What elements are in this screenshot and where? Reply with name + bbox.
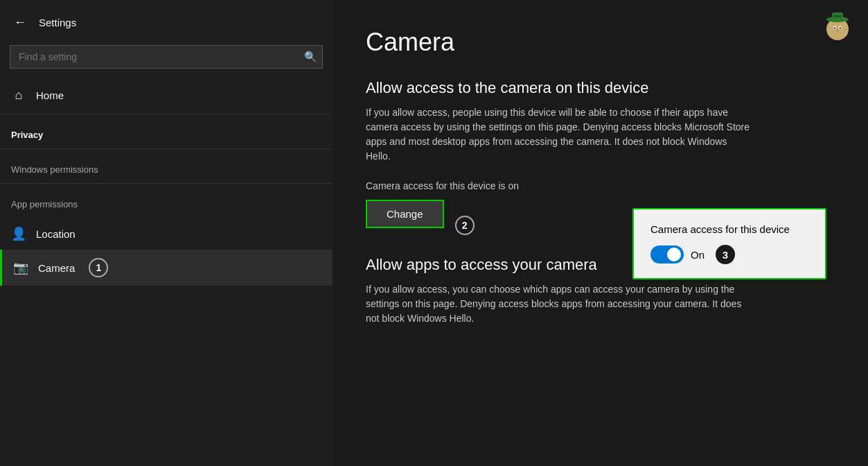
sidebar: ← Settings 🔍 ⌂ Home Privacy Windows perm… [0,0,333,466]
svg-rect-9 [833,15,842,17]
camera-icon: 📷 [13,260,28,275]
camera-access-status: Camera access for this device is on [366,180,835,191]
windows-permissions-label: Windows permissions [0,152,333,180]
step1-badge: 1 [89,258,108,277]
svg-point-4 [834,27,835,28]
location-icon: 👤 [11,226,26,241]
popup-card: Camera access for this device On 3 [632,208,826,279]
step2-badge: 2 [455,216,475,235]
camera-label: Camera [38,262,75,274]
search-input[interactable] [10,45,323,69]
privacy-section-label: Privacy [0,117,333,146]
svg-point-6 [836,30,839,32]
search-box: 🔍 [10,45,323,69]
sidebar-header: ← Settings [0,0,333,42]
sidebar-item-location[interactable]: 👤 Location [0,218,333,250]
allow-device-heading: Allow access to the camera on this devic… [366,79,835,97]
toggle-knob [667,248,681,261]
allow-device-description: If you allow access, people using this d… [366,105,754,164]
search-icon: 🔍 [304,51,317,62]
back-arrow-icon: ← [14,15,26,30]
camera-toggle[interactable] [650,245,684,264]
svg-point-5 [840,27,841,28]
app-permissions-label: App permissions [0,187,333,215]
home-icon: ⌂ [11,88,26,103]
allow-apps-description: If you allow access, you can choose whic… [366,282,754,326]
popup-title: Camera access for this device [650,223,808,235]
step3-badge: 3 [716,245,735,264]
back-button[interactable]: ← [11,12,29,33]
divider-3 [0,183,333,184]
toggle-state-label: On [691,249,705,261]
divider-2 [0,148,333,149]
main-content: Camera Allow access to the camera on thi… [333,0,868,466]
search-button[interactable]: 🔍 [304,51,317,63]
sidebar-item-camera[interactable]: 📷 Camera 1 [0,250,333,286]
sidebar-item-home[interactable]: ⌂ Home [0,80,333,111]
page-title: Camera [366,28,835,57]
home-label: Home [36,89,64,101]
settings-title: Settings [39,17,76,28]
divider-1 [0,114,333,114]
toggle-row: On 3 [650,245,808,264]
avatar [821,10,854,43]
avatar-image [821,10,854,43]
location-label: Location [36,228,76,240]
change-button[interactable]: Change [366,200,444,228]
